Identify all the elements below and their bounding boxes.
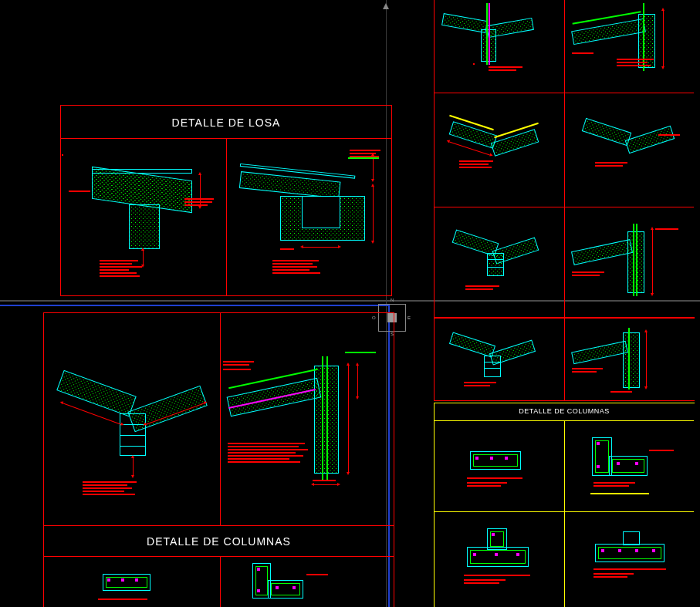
losa-detail-1 (69, 152, 223, 291)
col-sec-3 (456, 521, 556, 598)
title-columns-small: DETALLE DE COLUMNAS (435, 407, 694, 415)
roof-cell-4 (572, 100, 692, 201)
ucs-marker (383, 3, 389, 9)
br-roof-1 (444, 322, 560, 399)
frame-roof-grid (434, 0, 695, 318)
slab-column-detail (228, 329, 394, 521)
br-roof-2 (572, 322, 692, 399)
col-sec-1 (456, 436, 556, 505)
roof-cell-5 (442, 213, 558, 313)
compass-n: N (391, 298, 394, 302)
roof-cell-2 (572, 3, 692, 88)
roof-cell-3 (442, 100, 558, 201)
frame-columns-big: DETALLE DE COLUMNAS (43, 312, 394, 607)
frame-columns-small: DETALLE DE COLUMNAS (434, 403, 695, 607)
frame-br-top (434, 318, 695, 401)
frame-losa: DETALLE DE LOSA (60, 105, 392, 296)
roof-cell-6 (572, 213, 692, 313)
title-losa: DETALLE DE LOSA (61, 116, 391, 129)
cad-canvas[interactable]: N S E O DETALLE DE LOSA (0, 0, 700, 607)
compass-e: E (407, 315, 411, 320)
col-sec-bl-2 (245, 560, 330, 606)
title-columns-big: DETALLE DE COLUMNAS (44, 535, 394, 548)
roof-cell-1 (442, 3, 558, 88)
col-sec-bl-1 (98, 566, 167, 606)
col-sec-4 (580, 525, 688, 602)
stray-note (62, 154, 63, 156)
ridge-detail (52, 329, 218, 521)
losa-detail-2 (234, 148, 388, 291)
col-sec-2 (580, 431, 688, 505)
